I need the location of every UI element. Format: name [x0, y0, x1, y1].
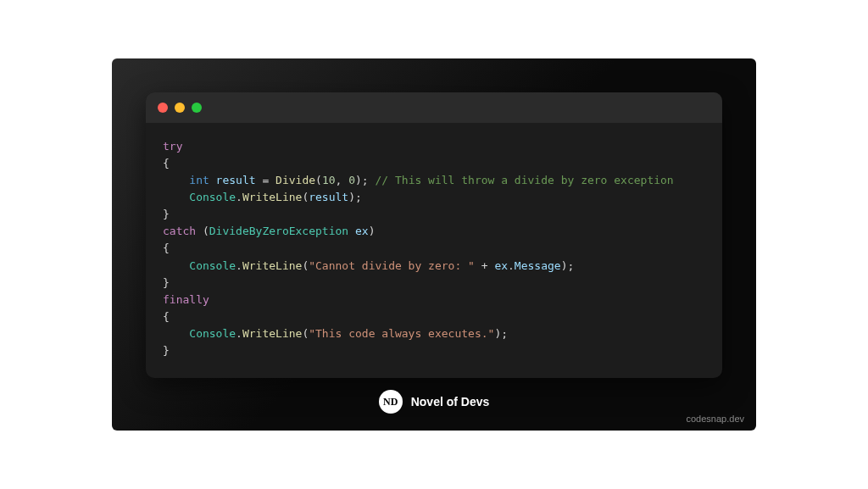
number-10: 10	[322, 174, 336, 186]
brand-logo-icon: ND	[379, 390, 403, 414]
var-result: result	[309, 191, 348, 203]
func-writeline: WriteLine	[242, 191, 302, 203]
var-result: result	[209, 174, 263, 186]
indent	[163, 174, 189, 186]
brand-name: Novel of Devs	[411, 395, 490, 408]
paren-close: );	[561, 259, 575, 272]
string-alwaysexec: "This code always executes."	[309, 327, 494, 340]
code-content: try { int result = Divide(10, 0); // Thi…	[146, 123, 722, 379]
snippet-container: try { int result = Divide(10, 0); // Thi…	[112, 58, 756, 431]
dot: .	[236, 327, 242, 340]
dot: .	[236, 259, 242, 272]
string-cannotdivide: "Cannot divide by zero: "	[309, 259, 475, 272]
dot: .	[236, 191, 242, 203]
close-icon[interactable]	[158, 103, 168, 113]
class-exception: DivideByZeroException	[209, 225, 348, 237]
keyword-finally: finally	[163, 293, 209, 306]
indent	[163, 191, 189, 203]
prop-message: Message	[515, 259, 561, 272]
var-ex: ex	[348, 225, 368, 237]
paren-open: (	[196, 225, 209, 237]
class-console: Console	[189, 327, 236, 340]
plus: +	[475, 259, 494, 272]
number-0: 0	[348, 174, 355, 186]
brace-close: }	[163, 208, 170, 220]
indent	[163, 259, 189, 272]
equals: =	[262, 174, 275, 186]
type-int: int	[189, 174, 209, 186]
func-writeline: WriteLine	[242, 327, 302, 340]
var-ex: ex	[494, 259, 508, 272]
window-titlebar	[146, 92, 722, 123]
comma: ,	[336, 174, 349, 186]
comment-divzero: // This will throw a divide by zero exce…	[376, 174, 674, 186]
brace-open: {	[163, 157, 170, 169]
maximize-icon[interactable]	[192, 103, 202, 113]
keyword-try: try	[163, 140, 182, 153]
class-console: Console	[189, 191, 236, 203]
keyword-catch: catch	[163, 225, 196, 237]
paren-open: (	[315, 174, 322, 186]
dot: .	[508, 259, 515, 272]
paren-close: );	[348, 191, 362, 203]
brand-footer: ND Novel of Devs	[146, 390, 722, 414]
func-divide: Divide	[275, 174, 315, 186]
brace-open: {	[163, 242, 170, 254]
indent	[163, 327, 189, 340]
func-writeline: WriteLine	[242, 259, 302, 272]
paren-close: );	[494, 327, 508, 340]
brace-close: }	[163, 344, 170, 357]
paren-close: );	[355, 174, 375, 186]
minimize-icon[interactable]	[175, 103, 185, 113]
paren-close: )	[369, 225, 376, 237]
class-console: Console	[189, 259, 236, 272]
brace-close: }	[163, 276, 170, 289]
code-window: try { int result = Divide(10, 0); // Thi…	[146, 92, 722, 379]
watermark: codesnap.dev	[687, 414, 745, 424]
brace-open: {	[163, 310, 170, 323]
